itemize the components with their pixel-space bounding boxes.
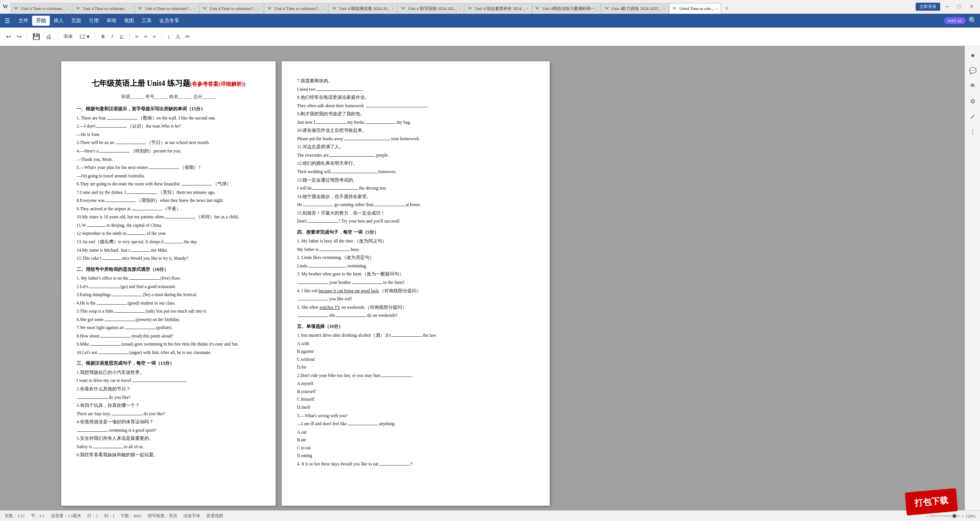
menu-review[interactable]: 审阅 [103,16,120,26]
status-line: 行：1 [87,513,98,519]
zoom-in-btn[interactable]: + [962,514,964,518]
panel-dots-icon[interactable]: ⋮ [967,126,979,138]
tab-close-2[interactable]: × [129,7,131,11]
tab-close-11[interactable]: × [715,7,718,11]
tab-11[interactable]: W Unit4 Time to cele... × [669,3,721,14]
s1-item-2: 2.—I don't（认识）the man.Who is he? [77,123,260,130]
tab-4[interactable]: W Unit 4 Time to celebrate!!... × [199,3,264,14]
right-document-page: ⠿ 7.我需要两块肉。 I need two. 8.他们经常在电话里谈论家庭作业… [282,61,550,506]
tab-doc-icon-9: W [536,6,541,11]
s2-item-7: 7.We must fight against air(pollute). [77,324,260,332]
tab-close-1[interactable]: × [67,7,69,11]
tab-8[interactable]: W Unit 4 综合素质评价 2024... × [464,3,531,14]
r-item-9cn: 9.刚才我把我的书放进了我的包。 [297,110,534,118]
menu-tools[interactable]: 工具 [138,16,155,26]
tab-3[interactable]: W Unit 4 Time to celebrate!!... × [135,3,199,14]
drag-handle-right[interactable]: ⠿ [277,283,281,293]
color-icon[interactable]: A [174,33,182,41]
panel-star-icon[interactable]: ★ [967,49,979,61]
menu-page[interactable]: 页面 [67,16,85,26]
s4-item-1: 1. My father is busy all the time.（改为同义句… [297,238,534,245]
left-document-page: ⠿ 七年级英语上册 Unit4 练习题(有参考答案(详细解析)) 班级_____… [61,61,276,506]
tab-close-6[interactable]: × [392,7,394,11]
s3-item-1b: I want to drive my car to travel. [77,377,260,385]
tab-6[interactable]: W Unit 4 模拟测试卷 2024-20... × [329,3,397,14]
s1-item-2b: —He is Tom. [77,131,260,139]
tab-1[interactable]: W Unit 4 Time to celebrate... × [11,3,72,14]
tab-10[interactable]: W Unit 4听力训练 2024-2025... × [601,3,669,14]
s1-item-4b: —Thank you, Mom. [77,156,260,164]
menu-start[interactable]: 开始 [32,16,50,26]
menu-insert[interactable]: 插入 [50,16,67,26]
print-icon[interactable]: 🖨 [44,33,53,41]
search-icon[interactable]: 🔍 [969,16,977,25]
zoom-control[interactable]: − + 120% [926,514,975,518]
s5-item-1: 1.You mustn't drive after drinking alcoh… [297,332,534,339]
s3-item-5b: Safety isto all of us. [77,443,260,451]
status-spell: 拼写检查：英语 [148,513,177,519]
tab-5[interactable]: W Unit 4 Time to celebrate!!... × [264,3,328,14]
section-2-title: 二、用括号中所给词的适当形式填空（10分） [77,265,260,273]
tab-2[interactable]: W Unit 4 Time to celebrate... × [73,3,134,14]
s5-opt-1a: A.with [297,340,534,348]
redo-icon[interactable]: ↪ [15,32,23,41]
r-item-12en: Their wedding willtomorrow. [297,168,534,176]
menu-view[interactable]: 视图 [120,16,138,26]
status-bar: 页数：1/12 节：1/1 设置量：1.5毫米 行：1 列：1 字数：4841 … [0,510,980,521]
s2-item-2: 2.Let's(go) and find a good restaurant. [77,283,260,291]
s4-item-5b: shedo on weekends? [297,312,534,319]
wps-ai-button[interactable]: WPS AI [944,17,965,24]
panel-comment-icon[interactable]: 💬 [967,64,979,77]
panel-eye-icon[interactable]: 👁 [967,80,979,92]
align-left-icon[interactable]: ≡ [134,33,140,41]
s1-item-6: 6.They are going to decorate the room wi… [77,180,260,188]
s3-item-1: 1.我想驾驶自己的小汽车游世界。 [77,369,260,377]
title-bar: W W Unit 4 Time to celebrate... × W Unit… [0,0,980,14]
s1-item-12: 12.September is the ninth mof the year. [77,230,260,238]
drag-handle-left[interactable]: ⠿ [57,283,60,293]
undo-icon[interactable]: ↩ [5,32,13,41]
zoom-out-btn[interactable]: − [926,514,928,518]
close-button[interactable]: × [966,2,977,12]
tab-doc-icon-3: W [138,6,144,11]
zoom-slider[interactable] [929,515,960,517]
s2-item-1: 1. My father's office is on the(five) fl… [77,275,260,282]
menu-reference[interactable]: 引用 [85,16,103,26]
new-tab-button[interactable]: + [722,3,732,14]
menu-vip[interactable]: 会员专享 [155,16,183,26]
font-name[interactable]: 宋体 [61,32,75,41]
line-spacing-icon[interactable]: ↕ [166,33,172,41]
s5-opt-2c: C.himself [297,396,534,403]
signin-button[interactable]: 立即登录 [916,3,940,11]
tab-close-9[interactable]: × [600,7,601,11]
s4-item-4: 4. I like red because it can bring me go… [297,287,534,295]
s5-item-2: 2.Don't ride your bike too fast, or you … [297,372,534,380]
maximize-button[interactable]: □ [954,2,965,12]
tab-close-8[interactable]: × [526,7,528,11]
minimize-button[interactable]: ─ [942,2,952,12]
r-item-13cn: 13.我一定会通过驾照考试的。 [297,177,534,184]
tab-close-3[interactable]: × [193,7,196,11]
bold-btn[interactable]: B [99,33,107,41]
align-center-icon[interactable]: ≡ [142,33,149,41]
hamburger-icon[interactable]: ☰ [3,16,11,25]
align-right-icon[interactable]: ≡ [151,33,158,41]
panel-expand-icon[interactable]: ⤢ [967,110,979,123]
tab-close-7[interactable]: × [459,7,461,11]
tab-9[interactable]: W Unit 4周语法练习量调积和一... × [532,3,601,14]
font-size[interactable]: 12 ▾ [77,32,91,41]
highlight-icon[interactable]: ✏ [184,32,192,41]
red-stamp: 打包下载 [905,488,958,515]
panel-settings-icon[interactable]: ⚙ [967,95,979,107]
s5-item-4: 4. It is so hot these days.Would you lik… [297,460,534,468]
tab-close-5[interactable]: × [323,7,325,11]
menu-file[interactable]: 文件 [15,16,32,26]
save-icon[interactable]: 💾 [31,32,42,41]
r-item-14en: Hego running rather thanat home. [297,201,534,209]
underline-btn[interactable]: U [118,33,126,41]
tab-close-4[interactable]: × [258,7,260,11]
tab-7[interactable]: W Unit 4 听写训练 2024-202... × [398,3,464,14]
italic-btn[interactable]: I [109,33,115,41]
tab-close-10[interactable]: × [663,7,665,11]
tab-doc-icon-2: W [76,6,82,11]
